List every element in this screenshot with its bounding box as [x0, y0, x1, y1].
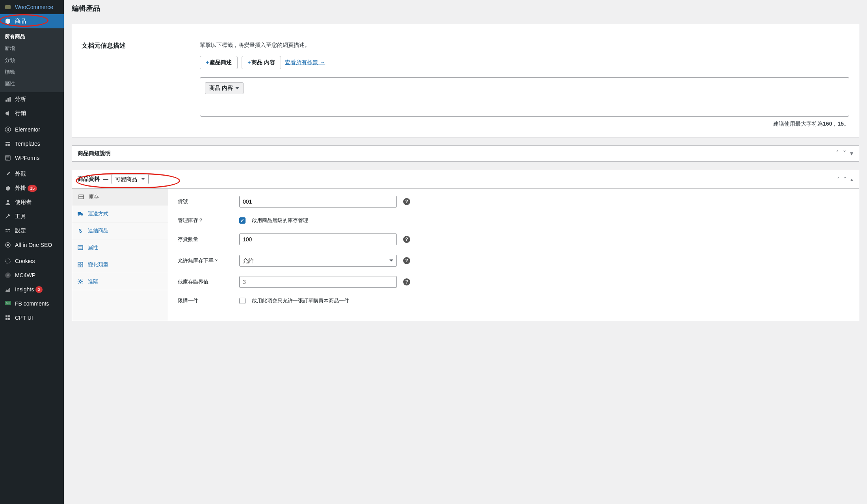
- plugins-badge: 15: [28, 185, 37, 192]
- sidebar-item-marketing[interactable]: 行銷: [0, 106, 64, 120]
- sidebar-item-templates[interactable]: Templates: [0, 137, 64, 151]
- toggle-icon[interactable]: ▴: [850, 176, 853, 182]
- toggle-icon[interactable]: ▾: [850, 150, 853, 157]
- sidebar-item-plugins[interactable]: 外掛 15: [0, 181, 64, 195]
- svg-point-12: [7, 244, 9, 246]
- tab-linked[interactable]: 連結商品: [72, 222, 168, 239]
- sidebar-item-products[interactable]: 商品: [0, 14, 64, 28]
- svg-point-23: [78, 215, 80, 216]
- svg-point-13: [6, 259, 10, 263]
- sidebar-item-elementor[interactable]: Elementor: [0, 122, 64, 137]
- svg-rect-8: [8, 130, 9, 131]
- sidebar-item-settings[interactable]: 設定: [0, 224, 64, 238]
- sidebar-item-aioseo[interactable]: All in One SEO: [0, 238, 64, 252]
- sliders-icon: [4, 227, 12, 235]
- svg-rect-26: [78, 262, 80, 264]
- submenu-tags[interactable]: 標籤: [0, 66, 64, 78]
- sku-input[interactable]: [239, 196, 397, 208]
- submenu-attributes[interactable]: 屬性: [0, 78, 64, 90]
- sidebar-label: FB comments: [15, 300, 49, 307]
- tab-inventory[interactable]: 庫存: [72, 189, 168, 206]
- sidebar-item-analytics[interactable]: 分析: [0, 92, 64, 106]
- move-down-icon[interactable]: ˅: [843, 150, 846, 157]
- manage-stock-text: 啟用商品層級的庫存管理: [252, 217, 308, 224]
- gear-icon: [77, 278, 84, 285]
- move-down-icon[interactable]: ˅: [844, 176, 847, 182]
- inventory-icon: [78, 193, 85, 200]
- svg-rect-0: [5, 5, 11, 9]
- sidebar-item-fbcomments[interactable]: SC FB comments: [0, 296, 64, 311]
- threshold-input[interactable]: [239, 276, 397, 288]
- sidebar-item-users[interactable]: 使用者: [0, 195, 64, 209]
- product-data-box: 商品資料 — 可變商品 ˄ ˅ ▴: [72, 170, 859, 321]
- sidebar-item-woocommerce[interactable]: WooCommerce: [0, 0, 64, 14]
- sidebar-label: 設定: [15, 227, 26, 234]
- svg-rect-28: [78, 265, 80, 267]
- meta-chip-content[interactable]: 商品 內容: [205, 82, 244, 94]
- svg-rect-5: [7, 128, 7, 131]
- fbc-icon: SC: [4, 300, 12, 308]
- product-type-select[interactable]: 可變商品: [112, 174, 149, 184]
- threshold-label: 低庫存臨界值: [178, 278, 233, 285]
- move-up-icon[interactable]: ˄: [836, 150, 839, 157]
- svg-rect-27: [81, 262, 83, 264]
- move-up-icon[interactable]: ˄: [837, 176, 840, 182]
- tab-advanced[interactable]: 進階: [72, 273, 168, 290]
- user-icon: [4, 198, 12, 206]
- sidebar-item-cptui[interactable]: CPT UI: [0, 311, 64, 325]
- tab-variations[interactable]: 變化類型: [72, 256, 168, 273]
- svg-point-4: [5, 127, 11, 132]
- svg-rect-2: [7, 98, 9, 102]
- link-icon: [77, 227, 84, 234]
- main-content: 編輯產品 文档元信息描述 單擊以下標籤，將變量插入至您的網頁描述。 +產品簡述 …: [64, 0, 867, 504]
- sidebar-label: 商品: [15, 18, 26, 25]
- tab-attributes[interactable]: 屬性: [72, 239, 168, 256]
- sidebar-item-appearance[interactable]: 外觀: [0, 167, 64, 181]
- tag-button-short-desc[interactable]: +產品簡述: [200, 56, 238, 69]
- sidebar-item-cookies[interactable]: Cookies: [0, 254, 64, 268]
- sidebar-label: CPT UI: [15, 315, 33, 321]
- sidebar-label: 使用者: [15, 199, 32, 206]
- sold-individually-text: 啟用此項會只允許一張訂單購買本商品一件: [252, 297, 349, 304]
- backorder-select[interactable]: 允許: [239, 255, 397, 267]
- stock-qty-input[interactable]: [239, 233, 397, 245]
- meta-description-input[interactable]: 商品 內容: [200, 77, 849, 117]
- submenu-categories[interactable]: 分類: [0, 54, 64, 66]
- sidebar-item-mc4wp[interactable]: M MC4WP: [0, 268, 64, 282]
- svg-rect-22: [79, 195, 84, 199]
- sidebar-label: WPForms: [15, 155, 39, 161]
- megaphone-icon: [4, 109, 12, 117]
- backorder-label: 允許無庫存下單？: [178, 257, 233, 264]
- help-icon[interactable]: ?: [403, 198, 410, 205]
- cookies-icon: [4, 257, 12, 265]
- view-all-tags-link[interactable]: 查看所有標籤 →: [285, 59, 325, 66]
- sidebar-label: 工具: [15, 213, 26, 220]
- meta-hint: 單擊以下標籤，將變量插入至您的網頁描述。: [200, 42, 849, 49]
- products-submenu: 所有商品 新增 分類 標籤 屬性: [0, 28, 64, 92]
- wpforms-icon: [4, 154, 12, 162]
- svg-text:M: M: [7, 274, 9, 277]
- svg-rect-7: [8, 130, 9, 130]
- sold-individually-checkbox[interactable]: [239, 298, 246, 304]
- plugin-icon: [4, 184, 12, 192]
- help-icon[interactable]: ?: [403, 236, 410, 243]
- sidebar-item-insights[interactable]: Insights 3: [0, 282, 64, 296]
- tab-shipping[interactable]: 運送方式: [72, 206, 168, 222]
- svg-rect-18: [6, 315, 7, 317]
- sidebar-item-tools[interactable]: 工具: [0, 209, 64, 224]
- submenu-add[interactable]: 新增: [0, 43, 64, 54]
- truck-icon: [77, 210, 84, 217]
- submenu-all-products[interactable]: 所有商品: [0, 31, 64, 43]
- help-icon[interactable]: ?: [403, 278, 410, 285]
- sidebar-label: Insights: [15, 286, 34, 293]
- sidebar-item-wpforms[interactable]: WPForms: [0, 151, 64, 165]
- chart-icon: [4, 95, 12, 103]
- manage-stock-checkbox[interactable]: [239, 217, 246, 224]
- sidebar-label: Templates: [15, 141, 40, 147]
- elementor-icon: [4, 126, 12, 133]
- cptui-icon: [4, 314, 12, 322]
- help-icon[interactable]: ?: [403, 257, 410, 264]
- tag-button-content[interactable]: +商品 內容: [242, 56, 281, 69]
- svg-text:SC: SC: [6, 302, 10, 304]
- svg-point-24: [82, 215, 83, 216]
